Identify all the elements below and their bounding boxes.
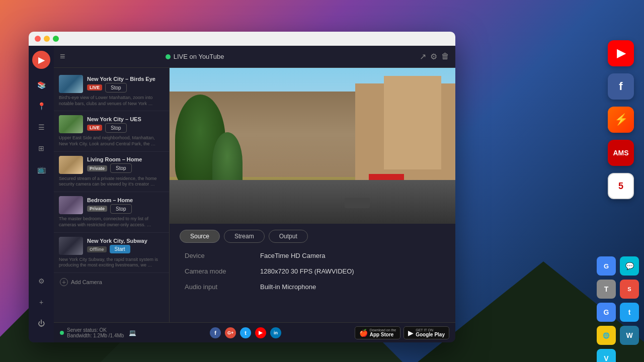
device-value: FaceTime HD Camera [260,252,326,259]
googleplus-social-icon[interactable]: G+ [225,327,236,338]
tab-stream[interactable]: Stream [224,230,265,243]
camera-item[interactable]: Living Room – Home Private Stop Secured … [54,152,169,192]
mini-app-v[interactable]: V [597,349,616,362]
s5-app-icon[interactable]: 5 [608,173,634,199]
google-play-icon: ▶ [408,329,414,337]
live-text: LIVE on YouTube [174,53,224,60]
camera-description: New York City Subway, the rapid transit … [59,257,164,268]
start-button[interactable]: Start [110,245,130,253]
share-icon[interactable]: ↗ [420,52,426,61]
camera-description: Secured stream of a private residence, t… [59,176,164,188]
twitter-social-icon[interactable]: t [240,327,251,338]
status-badge: Offline [87,246,107,252]
live-indicator: LIVE on YouTube [166,53,224,60]
ams-icon: AMS [613,149,628,157]
menu-icon[interactable]: ≡ [60,51,65,62]
sidebar-item-list[interactable]: ☰ [32,118,50,136]
settings-icon[interactable]: ⚙ [430,52,437,61]
camera-mode-label: Camera mode [185,267,260,275]
live-dot [166,54,171,59]
camera-name: Living Room – Home [87,156,164,162]
camera-list: New York City – Birds Eye LIVE Stop Bird… [54,68,170,322]
server-status-dot [60,331,64,335]
google-play-badge[interactable]: ▶ GET IT ON Google Play [404,326,449,339]
download-on-label: Download on the [370,328,396,332]
camera-item[interactable]: New York City, Subway Offline Start New … [54,233,169,273]
tab-source[interactable]: Source [180,230,220,243]
sidebar-item-add[interactable]: + [32,293,50,311]
add-camera-label: Add Camera [71,279,102,285]
facebook-app-icon[interactable]: f [608,73,634,100]
minimize-button[interactable] [44,36,50,42]
title-bar [29,32,455,46]
camera-thumbnail [59,75,83,93]
linkedin-social-icon[interactable]: in [270,327,281,338]
youtube-app-icon[interactable]: ▶ [608,40,634,66]
stop-button[interactable]: Stop [110,163,132,173]
camera-description: Upper East Side and neighborhood, Manhat… [59,135,164,147]
source-info: Device FaceTime HD Camera Camera mode 12… [170,247,455,296]
add-icon: + [60,278,68,286]
facebook-social-icon[interactable]: f [210,327,221,338]
camera-mode-value: 644x362 30 FPS (RAWVIDEO) [260,267,354,275]
get-it-on-label: GET IT ON [416,328,445,332]
app-store-badge[interactable]: 🍎 Download on the App Store [355,326,401,339]
camera-item[interactable]: Bedroom – Home Private Stop The master b… [54,192,169,232]
sidebar-item-book[interactable]: 📚 [32,76,50,94]
thunder-icon: ⚡ [614,113,628,126]
mini-app-t[interactable]: T [597,280,616,299]
thunder-app-icon[interactable]: ⚡ [608,107,634,133]
top-bar: ≡ LIVE on YouTube ↗ ⚙ 🗑 [54,46,455,68]
youtube-social-icon[interactable]: ▶ [255,327,266,338]
audio-input-value: Built-in Microphone [260,283,316,291]
server-status-text: Server status: OK [67,327,124,333]
sidebar-item-settings[interactable]: ⚙ [32,272,50,290]
top-bar-actions: ↗ ⚙ 🗑 [420,52,449,61]
sidebar-item-location[interactable]: 📍 [32,97,50,115]
app-window: ▶ 📚 📍 ☰ ⊞ 📺 ⚙ + [29,32,455,342]
ams-app-icon[interactable]: AMS [608,140,634,166]
maximize-button[interactable] [53,36,59,42]
mini-app-g2[interactable]: G [597,303,616,322]
audio-input-label: Audio input [185,283,260,291]
camera-thumbnail [59,196,83,214]
status-bar: Server status: OK Bandwidth: 1.2Mb /1.4M… [54,322,455,342]
mini-app-wp[interactable]: W [620,326,639,345]
icon-sidebar: ▶ 📚 📍 ☰ ⊞ 📺 ⚙ + [29,46,54,342]
status-badge: Private [87,206,107,212]
mini-app-s[interactable]: S [620,280,639,299]
camera-item[interactable]: New York City – UES LIVE Stop Upper East… [54,111,169,151]
stop-button[interactable]: Stop [110,204,132,214]
mini-app-chat[interactable]: 💬 [620,256,639,276]
camera-name: Bedroom – Home [87,197,164,203]
youtube-icon: ▶ [617,47,625,60]
camera-mode-row: Camera mode 644x362 30 FPS (RAWVIDEO) [185,267,440,275]
camera-thumbnail [59,156,83,174]
mini-app-tw[interactable]: t [620,303,639,322]
device-label: Device [185,252,260,259]
close-button[interactable] [35,36,41,42]
mini-app-y[interactable]: 🌐 [597,326,616,345]
right-panel: Source Stream Output Device FaceTime HD … [170,68,455,322]
sidebar-item-video[interactable]: 📺 [32,160,50,178]
bandwidth-text: Bandwidth: 1.2Mb /1.4Mb [67,333,124,338]
sidebar-item-power[interactable]: ⏻ [32,314,50,332]
sidebar-item-grid[interactable]: ⊞ [32,139,50,157]
app-cluster: G 💬 T S G t 🌐 W V [597,256,639,362]
stop-button[interactable]: Stop [105,123,127,133]
preview-image [170,68,455,224]
tab-output[interactable]: Output [269,230,308,243]
add-camera-button[interactable]: + Add Camera [54,273,169,291]
status-badge: Private [87,165,107,171]
store-badges: 🍎 Download on the App Store ▶ GET IT ON … [355,326,449,339]
trash-icon[interactable]: 🗑 [441,52,449,61]
apple-icon: 🍎 [359,329,368,337]
camera-preview [170,68,455,224]
mini-app-g[interactable]: G [597,256,616,276]
facebook-icon: f [619,80,622,93]
logo-icon[interactable]: ▶ [32,51,50,69]
bottom-panel: Source Stream Output Device FaceTime HD … [170,224,455,322]
camera-item[interactable]: New York City – Birds Eye LIVE Stop Bird… [54,71,169,111]
camera-name: New York City – Birds Eye [87,76,164,82]
stop-button[interactable]: Stop [105,83,127,93]
